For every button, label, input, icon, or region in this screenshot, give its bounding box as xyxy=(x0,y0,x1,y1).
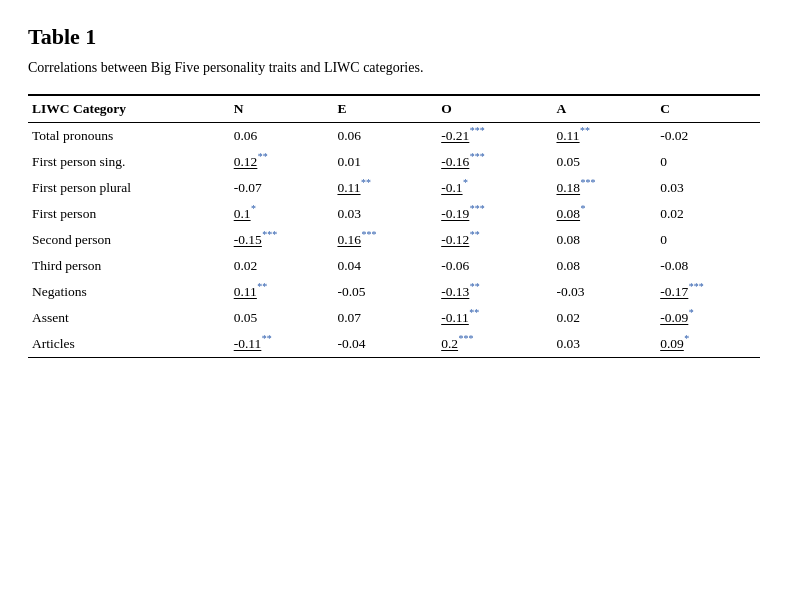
row-label: Assent xyxy=(28,305,230,331)
cell-n: 0.1* xyxy=(230,201,334,227)
cell-e: -0.05 xyxy=(333,279,437,305)
cell-e: -0.04 xyxy=(333,331,437,358)
cell-c: 0.09* xyxy=(656,331,760,358)
row-label: Negations xyxy=(28,279,230,305)
table-row: Third person0.020.04-0.060.08-0.08 xyxy=(28,253,760,279)
cell-e: 0.07 xyxy=(333,305,437,331)
table-row: First person0.1*0.03-0.19***0.08*0.02 xyxy=(28,201,760,227)
cell-e: 0.01 xyxy=(333,149,437,175)
col-header-c: C xyxy=(656,95,760,123)
table-caption: Correlations between Big Five personalit… xyxy=(28,60,760,76)
table-title: Table 1 xyxy=(28,24,760,50)
cell-o: -0.11** xyxy=(437,305,552,331)
table-row: Negations0.11**-0.05-0.13**-0.03-0.17*** xyxy=(28,279,760,305)
cell-o: -0.16*** xyxy=(437,149,552,175)
cell-e: 0.04 xyxy=(333,253,437,279)
cell-n: -0.07 xyxy=(230,175,334,201)
data-table: LIWC Category N E O A C Total pronouns0.… xyxy=(28,94,760,358)
cell-c: -0.08 xyxy=(656,253,760,279)
cell-a: 0.11** xyxy=(552,123,656,150)
cell-o: -0.19*** xyxy=(437,201,552,227)
cell-a: -0.03 xyxy=(552,279,656,305)
cell-c: -0.17*** xyxy=(656,279,760,305)
cell-c: 0 xyxy=(656,227,760,253)
cell-o: -0.21*** xyxy=(437,123,552,150)
cell-n: -0.15*** xyxy=(230,227,334,253)
cell-a: 0.05 xyxy=(552,149,656,175)
cell-o: -0.13** xyxy=(437,279,552,305)
row-label: First person sing. xyxy=(28,149,230,175)
cell-o: -0.1* xyxy=(437,175,552,201)
cell-e: 0.03 xyxy=(333,201,437,227)
cell-c: 0.02 xyxy=(656,201,760,227)
col-header-e: E xyxy=(333,95,437,123)
row-label: Second person xyxy=(28,227,230,253)
cell-o: -0.12** xyxy=(437,227,552,253)
cell-n: 0.05 xyxy=(230,305,334,331)
cell-o: 0.2*** xyxy=(437,331,552,358)
cell-a: 0.08 xyxy=(552,253,656,279)
table-row: Articles-0.11**-0.040.2***0.030.09* xyxy=(28,331,760,358)
table-row: First person plural-0.070.11**-0.1*0.18*… xyxy=(28,175,760,201)
col-header-o: O xyxy=(437,95,552,123)
row-label: Third person xyxy=(28,253,230,279)
cell-a: 0.18*** xyxy=(552,175,656,201)
col-header-category: LIWC Category xyxy=(28,95,230,123)
row-label: First person plural xyxy=(28,175,230,201)
cell-n: 0.02 xyxy=(230,253,334,279)
table-row: Second person-0.15***0.16***-0.12**0.080 xyxy=(28,227,760,253)
table-row: Total pronouns0.060.06-0.21***0.11**-0.0… xyxy=(28,123,760,150)
cell-n: -0.11** xyxy=(230,331,334,358)
cell-n: 0.11** xyxy=(230,279,334,305)
cell-a: 0.08* xyxy=(552,201,656,227)
cell-c: 0 xyxy=(656,149,760,175)
cell-e: 0.16*** xyxy=(333,227,437,253)
cell-a: 0.02 xyxy=(552,305,656,331)
cell-c: -0.09* xyxy=(656,305,760,331)
cell-n: 0.12** xyxy=(230,149,334,175)
cell-a: 0.03 xyxy=(552,331,656,358)
cell-e: 0.11** xyxy=(333,175,437,201)
table-row: Assent0.050.07-0.11**0.02-0.09* xyxy=(28,305,760,331)
cell-e: 0.06 xyxy=(333,123,437,150)
row-label: Articles xyxy=(28,331,230,358)
table-row: First person sing.0.12**0.01-0.16***0.05… xyxy=(28,149,760,175)
row-label: Total pronouns xyxy=(28,123,230,150)
table-header: LIWC Category N E O A C xyxy=(28,95,760,123)
col-header-a: A xyxy=(552,95,656,123)
row-label: First person xyxy=(28,201,230,227)
cell-c: -0.02 xyxy=(656,123,760,150)
col-header-n: N xyxy=(230,95,334,123)
cell-o: -0.06 xyxy=(437,253,552,279)
cell-c: 0.03 xyxy=(656,175,760,201)
cell-n: 0.06 xyxy=(230,123,334,150)
cell-a: 0.08 xyxy=(552,227,656,253)
